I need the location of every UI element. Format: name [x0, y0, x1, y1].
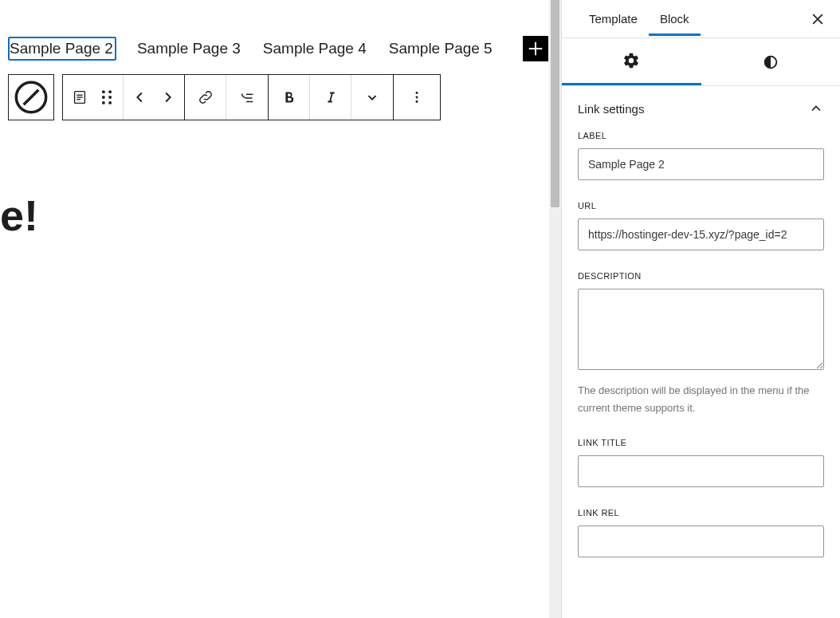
navigation-menu: Sample Page 2 Sample Page 3 Sample Page …: [0, 0, 561, 61]
svg-point-16: [416, 100, 418, 103]
panel-body: LABEL URL DESCRIPTION The description wi…: [562, 131, 840, 557]
label-caption: LABEL: [578, 131, 824, 140]
bold-icon: [281, 89, 298, 106]
svg-point-15: [416, 96, 418, 99]
field-label: LABEL: [578, 131, 824, 180]
link-button[interactable]: [185, 75, 226, 120]
submenu-button[interactable]: [226, 75, 268, 120]
scrollbar-thumb[interactable]: [551, 0, 559, 207]
gear-icon: [622, 52, 640, 69]
editor-scrollbar[interactable]: [549, 0, 561, 618]
sidebar-tabs: Template Block: [562, 0, 840, 38]
add-nav-item-button[interactable]: [523, 36, 548, 61]
more-options-button[interactable]: [394, 75, 440, 120]
toolbar-group-transform: [62, 74, 185, 120]
nav-item-sample-page-4[interactable]: Sample Page 4: [261, 37, 378, 61]
contrast-icon: [762, 53, 779, 71]
block-toolbar: [8, 74, 561, 120]
link-settings-panel: Link settings LABEL URL DESCRIPTION The …: [562, 86, 840, 578]
description-help: The description will be displayed in the…: [578, 382, 824, 417]
svg-line-1: [24, 90, 39, 105]
nav-item-sample-page-3[interactable]: Sample Page 3: [135, 37, 252, 61]
page-list-icon: [71, 89, 88, 106]
link-title-input[interactable]: [578, 455, 824, 487]
move-buttons[interactable]: [124, 75, 184, 120]
subtab-styles[interactable]: [701, 38, 841, 85]
bold-button[interactable]: [269, 75, 310, 120]
close-icon: [810, 11, 826, 27]
svg-point-7: [108, 90, 112, 93]
sidebar-subtabs: [562, 38, 840, 86]
subtab-settings[interactable]: [562, 38, 701, 85]
field-description: DESCRIPTION The description will be disp…: [578, 271, 824, 417]
url-caption: URL: [578, 201, 824, 211]
settings-sidebar: Template Block Link settings LABEL URL: [561, 0, 840, 618]
link-icon: [197, 89, 214, 106]
toolbar-group-link: [185, 74, 269, 120]
chevron-right-icon: [159, 89, 176, 106]
svg-point-6: [101, 90, 104, 93]
description-textarea[interactable]: [578, 289, 824, 370]
nav-item-sample-page-5[interactable]: Sample Page 5: [387, 37, 504, 61]
url-input[interactable]: [578, 218, 824, 250]
toolbar-group-more: [394, 74, 441, 120]
tab-template[interactable]: Template: [578, 2, 649, 36]
tab-block[interactable]: Block: [649, 2, 701, 36]
parent-block-button[interactable]: [8, 74, 54, 120]
panel-title: Link settings: [578, 102, 644, 116]
drag-handle-icon: [98, 89, 116, 106]
chevron-up-icon: [808, 100, 824, 116]
italic-button[interactable]: [310, 75, 351, 120]
svg-point-9: [108, 96, 112, 99]
svg-point-14: [416, 92, 418, 94]
link-rel-input[interactable]: [578, 525, 824, 557]
submenu-icon: [238, 89, 256, 106]
link-title-caption: LINK TITLE: [578, 438, 824, 447]
label-input[interactable]: [578, 148, 824, 180]
svg-point-10: [101, 101, 104, 104]
page-heading-fragment: e!: [0, 191, 561, 240]
field-url: URL: [578, 201, 824, 250]
description-caption: DESCRIPTION: [578, 271, 824, 281]
toolbar-group-format: [269, 74, 394, 120]
more-formatting-button[interactable]: [351, 75, 393, 120]
field-link-title: LINK TITLE: [578, 438, 824, 487]
chevron-left-icon: [131, 89, 149, 106]
link-rel-caption: LINK REL: [578, 508, 824, 518]
plus-icon: [527, 40, 544, 57]
chevron-down-icon: [363, 89, 381, 106]
editor-canvas: Sample Page 2 Sample Page 3 Sample Page …: [0, 0, 561, 618]
block-type-button[interactable]: [63, 75, 124, 120]
kebab-icon: [408, 89, 426, 106]
compass-icon: [9, 75, 53, 120]
close-sidebar-button[interactable]: [805, 6, 830, 32]
svg-point-11: [108, 101, 112, 104]
nav-item-sample-page-2[interactable]: Sample Page 2: [8, 37, 116, 61]
svg-point-8: [101, 96, 104, 99]
field-link-rel: LINK REL: [578, 508, 824, 557]
italic-icon: [322, 89, 340, 106]
panel-toggle[interactable]: Link settings: [562, 86, 840, 131]
